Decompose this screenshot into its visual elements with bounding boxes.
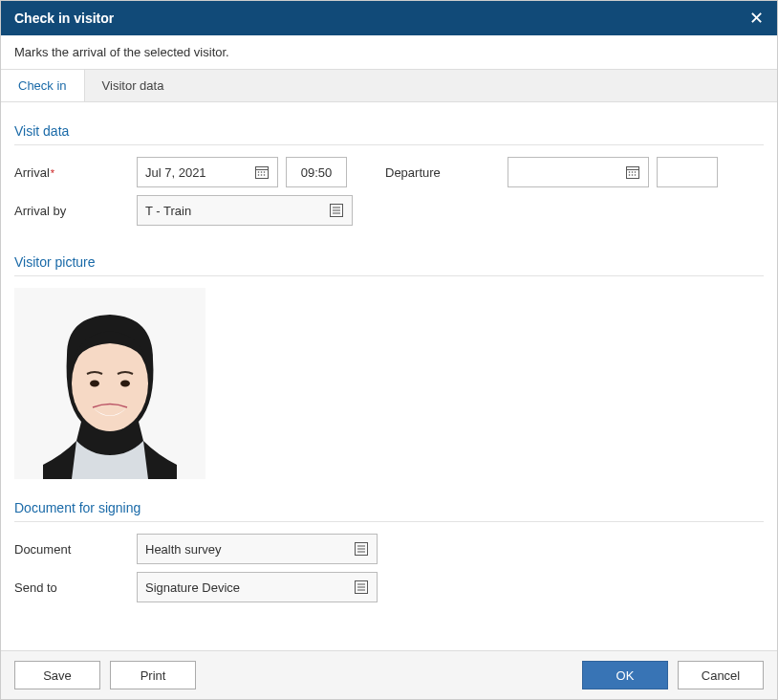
- departure-label: Departure: [385, 165, 500, 180]
- document-select[interactable]: Health survey: [137, 534, 378, 564]
- close-icon[interactable]: ✕: [749, 10, 764, 27]
- dialog-footer: Save Print OK Cancel: [1, 650, 777, 699]
- row-arrival-departure: Arrival* Jul 7, 2021 09:50 Departure: [14, 157, 764, 187]
- document-value: Health survey: [145, 542, 354, 557]
- svg-point-23: [120, 381, 130, 387]
- svg-point-12: [635, 171, 637, 173]
- departure-time-input[interactable]: [657, 157, 718, 187]
- footer-left: Save Print: [14, 661, 196, 689]
- dialog-title: Check in visitor: [14, 11, 114, 26]
- svg-point-7: [264, 174, 266, 176]
- send-to-label: Send to: [14, 580, 129, 595]
- svg-point-15: [635, 174, 637, 176]
- tab-check-in[interactable]: Check in: [1, 70, 85, 101]
- section-visitor-picture: Visitor picture: [14, 233, 764, 276]
- row-arrival-by: Arrival by T - Train: [14, 195, 764, 226]
- document-group: Document Health survey: [14, 534, 378, 564]
- send-to-group: Send to Signature Device: [14, 572, 378, 602]
- arrival-group: Arrival* Jul 7, 2021 09:50: [14, 157, 347, 187]
- tab-label: Visitor data: [102, 78, 164, 93]
- print-button[interactable]: Print: [110, 661, 196, 689]
- ok-button[interactable]: OK: [582, 661, 668, 689]
- svg-point-13: [629, 174, 631, 176]
- arrival-time-input[interactable]: 09:50: [286, 157, 347, 187]
- tab-bar: Check in Visitor data: [1, 69, 777, 102]
- calendar-icon[interactable]: [625, 164, 640, 180]
- calendar-icon[interactable]: [254, 164, 270, 180]
- row-document: Document Health survey: [14, 534, 764, 564]
- send-to-select[interactable]: Signature Device: [137, 572, 378, 602]
- visitor-photo-image: [14, 288, 205, 479]
- check-in-visitor-dialog: Check in visitor ✕ Marks the arrival of …: [0, 0, 778, 700]
- required-marker: *: [51, 167, 54, 179]
- footer-right: OK Cancel: [582, 661, 764, 689]
- arrival-by-label: Arrival by: [14, 204, 129, 218]
- list-icon[interactable]: [354, 580, 369, 595]
- document-label: Document: [14, 542, 129, 557]
- row-send-to: Send to Signature Device: [14, 572, 764, 602]
- visitor-photo: [14, 288, 205, 479]
- arrival-time-value: 09:50: [301, 165, 333, 180]
- list-icon[interactable]: [329, 203, 344, 218]
- save-button[interactable]: Save: [14, 661, 100, 689]
- cancel-button[interactable]: Cancel: [678, 661, 764, 689]
- svg-point-22: [90, 381, 99, 387]
- send-to-value: Signature Device: [145, 580, 354, 595]
- dialog-subtitle: Marks the arrival of the selected visito…: [1, 35, 777, 69]
- departure-date-input[interactable]: [508, 157, 649, 187]
- svg-point-4: [264, 171, 266, 173]
- svg-point-6: [261, 174, 263, 176]
- arrival-date-value: Jul 7, 2021: [145, 165, 206, 180]
- svg-point-14: [632, 174, 634, 176]
- svg-point-10: [629, 171, 631, 173]
- dialog-content: Visit data Arrival* Jul 7, 2021 09:50 De…: [1, 102, 777, 650]
- tab-label: Check in: [18, 78, 67, 93]
- tab-visitor-data[interactable]: Visitor data: [85, 70, 182, 101]
- list-icon[interactable]: [354, 541, 369, 557]
- svg-point-11: [632, 171, 634, 173]
- svg-point-5: [258, 174, 260, 176]
- arrival-label-text: Arrival: [14, 165, 50, 180]
- dialog-titlebar: Check in visitor ✕: [1, 1, 777, 35]
- departure-group: Departure: [385, 157, 718, 187]
- arrival-by-group: Arrival by T - Train: [14, 195, 353, 226]
- section-document-signing: Document for signing: [14, 479, 764, 522]
- arrival-label: Arrival*: [14, 165, 129, 180]
- svg-point-2: [258, 171, 260, 173]
- svg-point-3: [261, 171, 263, 173]
- arrival-by-value: T - Train: [145, 204, 329, 218]
- section-visit-data: Visit data: [14, 102, 764, 145]
- arrival-date-input[interactable]: Jul 7, 2021: [137, 157, 278, 187]
- arrival-by-select[interactable]: T - Train: [137, 195, 353, 226]
